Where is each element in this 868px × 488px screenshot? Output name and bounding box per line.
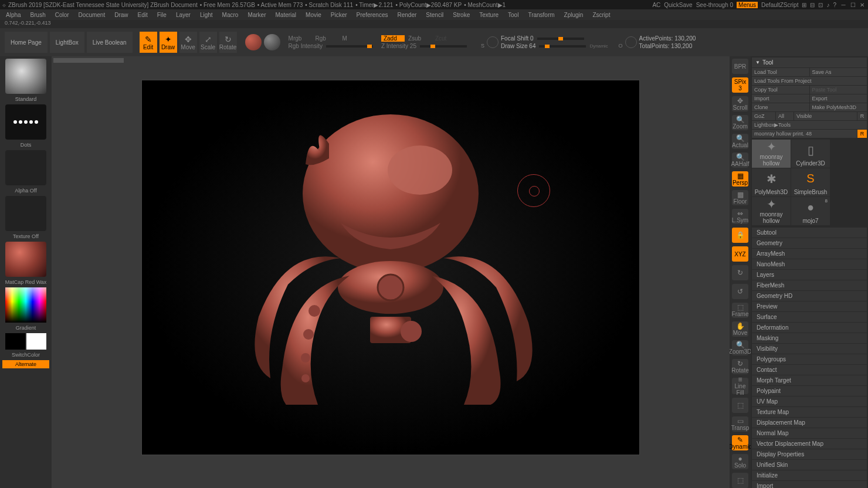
focal-shift-slider[interactable] <box>537 38 584 40</box>
load-tools-project-button[interactable]: Load Tools From Project <box>752 77 867 85</box>
material-tile[interactable] <box>5 242 46 277</box>
layout-icon[interactable]: ⊡ <box>818 2 823 8</box>
rmove-button[interactable]: ✋Move <box>732 321 748 337</box>
menu-transform[interactable]: Transform <box>524 12 558 18</box>
menu-material[interactable]: Material <box>272 12 300 18</box>
tool-thumb-0[interactable]: ✦moonray hollow <box>752 140 791 168</box>
rgb-intensity-slider[interactable] <box>326 45 373 48</box>
note-icon[interactable]: ♪ <box>826 2 829 8</box>
make-polymesh3d-button[interactable]: Make PolyMesh3D <box>810 103 867 111</box>
texture-tile[interactable] <box>5 196 46 231</box>
menu-document[interactable]: Document <box>75 12 109 18</box>
import-button[interactable]: Import <box>752 94 809 103</box>
color-picker[interactable] <box>5 287 46 323</box>
focal-dial-icon[interactable] <box>487 36 499 48</box>
section-deformation[interactable]: Deformation <box>752 322 867 333</box>
draw-size-slider[interactable] <box>539 45 586 48</box>
rot2-button[interactable]: ↺ <box>732 284 748 299</box>
alpha-tile[interactable] <box>5 150 46 185</box>
section-surface[interactable]: Surface <box>752 311 867 322</box>
frame-button[interactable]: ⬚Frame <box>732 303 748 318</box>
zoom3d-button[interactable]: 🔍Zoom3D <box>732 340 748 355</box>
section-preview[interactable]: Preview <box>752 301 867 311</box>
aahalf-button[interactable]: 🔍AAHalf <box>732 152 748 168</box>
bpr-button[interactable]: BPR <box>732 59 748 74</box>
zoom-button[interactable]: 🔍Zoom <box>732 115 748 130</box>
gradient-sphere-icon[interactable] <box>264 34 280 50</box>
dynamic-label[interactable]: Dynamic <box>589 43 608 49</box>
menu-zplugin[interactable]: Zplugin <box>561 12 587 18</box>
pf-button[interactable]: ⬚ <box>732 398 748 413</box>
edit-mode-button[interactable]: ✎Edit <box>140 32 157 53</box>
section-uv-map[interactable]: UV Map <box>752 396 867 406</box>
switchcolor-button[interactable]: SwitchColor <box>2 351 49 359</box>
live-boolean-button[interactable]: Live Boolean <box>87 32 133 53</box>
close-icon[interactable]: ✕ <box>859 2 866 8</box>
menu-tool[interactable]: Tool <box>504 12 522 18</box>
section-normal-map[interactable]: Normal Map <box>752 428 867 438</box>
menu-light[interactable]: Light <box>196 12 216 18</box>
menu-movie[interactable]: Movie <box>302 12 325 18</box>
z-intensity-slider[interactable] <box>420 45 467 48</box>
scroll-button[interactable]: ✥Scroll <box>732 96 748 111</box>
menu-stencil[interactable]: Stencil <box>422 12 447 18</box>
goz-button[interactable]: GoZ <box>752 112 775 120</box>
spix-button[interactable]: SPix 3 <box>732 77 748 93</box>
home-page-button[interactable]: Home Page <box>5 32 48 53</box>
section-nanomesh[interactable]: NanoMesh <box>752 259 867 269</box>
section-displacement-map[interactable]: Displacement Map <box>752 417 867 428</box>
menu-marker[interactable]: Marker <box>244 12 269 18</box>
tool-thumb-1[interactable]: ▯Cylinder3D <box>791 140 830 168</box>
lock-button[interactable]: 🔒 <box>732 228 748 243</box>
goz-all-button[interactable]: All <box>776 112 794 120</box>
tool-thumb-4[interactable]: ✦moonray hollow <box>752 197 791 225</box>
menu-color[interactable]: Color <box>52 12 73 18</box>
export-button[interactable]: Export <box>810 94 867 103</box>
scale-mode-button[interactable]: ⤢Scale <box>199 32 217 53</box>
seethrough-slider[interactable]: See-through 0 <box>696 2 733 8</box>
tool-thumb-3[interactable]: SSimpleBrush <box>791 168 830 196</box>
default-zscript-button[interactable]: DefaultZScript <box>761 2 798 8</box>
draw-mode-button[interactable]: ✦Draw <box>160 32 177 53</box>
layout-icon[interactable]: ⊟ <box>810 2 815 8</box>
floor-button[interactable]: ▦Floor <box>732 190 748 205</box>
brush-preview-tile[interactable] <box>5 59 46 94</box>
tool-name-field[interactable]: moonray hollow print. 48 <box>752 130 857 138</box>
section-import[interactable]: Import <box>752 480 867 488</box>
section-unified-skin[interactable]: Unified Skin <box>752 459 867 470</box>
menu-texture[interactable]: Texture <box>476 12 502 18</box>
rgb-toggle[interactable]: Rgb <box>316 35 339 42</box>
section-fibermesh[interactable]: FiberMesh <box>752 280 867 290</box>
section-polypaint[interactable]: Polypaint <box>752 385 867 396</box>
clone-button[interactable]: Clone <box>752 103 809 111</box>
section-subtool[interactable]: Subtool <box>752 227 867 238</box>
section-layers[interactable]: Layers <box>752 269 867 280</box>
section-contact[interactable]: Contact <box>752 364 867 375</box>
move-mode-button[interactable]: ✥Move <box>179 32 197 53</box>
section-display-properties[interactable]: Display Properties <box>752 449 867 459</box>
rrotate-button[interactable]: ↻Rotate <box>732 359 748 374</box>
menu-preferences[interactable]: Preferences <box>353 12 392 18</box>
zsub-toggle[interactable]: Zsub <box>408 35 432 42</box>
rotate-mode-button[interactable]: ↻Rotate <box>219 32 237 53</box>
gradient-label[interactable]: Gradient <box>2 324 49 332</box>
menu-zscript[interactable]: Zscript <box>589 12 613 18</box>
save-as-button[interactable]: Save As <box>810 68 867 76</box>
dynamic-button[interactable]: ✎Dynamic <box>732 435 748 450</box>
tool-panel-header[interactable]: ▼Tool <box>752 57 867 67</box>
lightbox-button[interactable]: LightBox <box>50 32 84 53</box>
section-geometry[interactable]: Geometry <box>752 238 867 248</box>
zadd-toggle[interactable]: Zadd <box>381 35 405 42</box>
load-tool-button[interactable]: Load Tool <box>752 68 809 76</box>
actual-button[interactable]: 🔍Actual <box>732 134 748 149</box>
section-texture-map[interactable]: Texture Map <box>752 406 867 417</box>
solo-button[interactable]: ●Solo <box>732 454 748 469</box>
menu-brush[interactable]: Brush <box>27 12 49 18</box>
section-vector-displacement-map[interactable]: Vector Displacement Map <box>752 438 867 449</box>
maximize-icon[interactable]: ☐ <box>849 2 856 8</box>
menu-draw[interactable]: Draw <box>111 12 131 18</box>
menus-toggle[interactable]: Menus <box>737 2 758 8</box>
menu-file[interactable]: File <box>154 12 170 18</box>
tool-thumb-2[interactable]: ✱PolyMesh3D <box>752 168 791 196</box>
minimize-icon[interactable]: ─ <box>840 2 847 8</box>
